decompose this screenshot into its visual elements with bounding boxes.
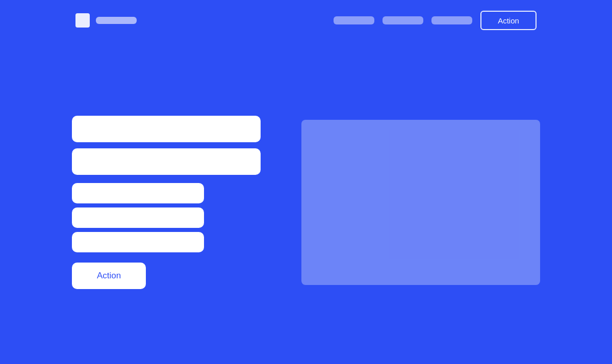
input-bar-small-3[interactable] [72,232,204,252]
input-bars-group [72,183,261,252]
main-content: Action [0,41,612,364]
right-panel [301,120,540,285]
navbar: Action [0,0,612,41]
input-bar-2[interactable] [72,148,261,175]
left-panel: Action [72,116,261,289]
brand-text [96,17,137,24]
logo-icon [75,13,90,28]
input-bar-1[interactable] [72,116,261,142]
nav-link-3[interactable] [431,16,472,24]
nav-link-1[interactable] [334,16,374,24]
input-bar-small-1[interactable] [72,183,204,203]
input-bar-small-2[interactable] [72,207,204,228]
media-placeholder [301,120,540,285]
navbar-right: Action [334,11,537,30]
navbar-left [75,13,137,28]
nav-action-button[interactable]: Action [480,11,537,30]
nav-link-2[interactable] [382,16,423,24]
main-action-button[interactable]: Action [72,263,146,289]
